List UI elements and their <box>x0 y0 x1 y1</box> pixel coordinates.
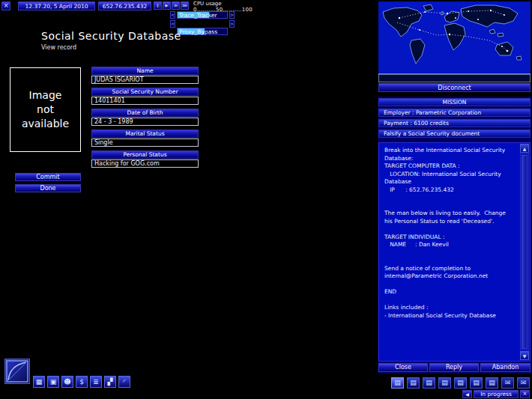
proxy-bypass-cpu-up-button[interactable]: > <box>229 20 235 28</box>
mission-reply-button[interactable]: Reply <box>429 363 479 372</box>
status-icon[interactable]: ☻ <box>61 376 73 388</box>
mission-body-text: Break into the International Social Secu… <box>384 147 518 320</box>
mission-slot-7-icon[interactable]: ▤ <box>486 377 498 389</box>
disconnect-button[interactable]: Disconnect <box>378 83 531 92</box>
cpu-usage-label: CPU usage <box>193 1 222 7</box>
mission-text-line <box>384 281 518 289</box>
field-label-name: Name <box>91 67 199 75</box>
world-map[interactable] <box>378 1 531 82</box>
mission-body: Break into the International Social Secu… <box>378 142 531 362</box>
field-label-ssn: Social Security Number <box>91 88 199 96</box>
mission-text-line <box>384 296 518 305</box>
mission-slot-3-icon[interactable]: ▤ <box>423 377 435 389</box>
mission-text-line: - International Social Security Database <box>384 312 518 320</box>
page-title: Social Security Database <box>41 30 181 42</box>
finance-icon[interactable]: $ <box>76 376 88 388</box>
mission-text-line: TARGET INDIVIDUAL : <box>384 234 518 242</box>
world-map-image <box>378 1 531 82</box>
mission-close-button[interactable]: Close <box>378 363 428 372</box>
play-button[interactable]: ▶ <box>163 1 171 10</box>
mission-text-line <box>384 225 518 234</box>
email-1-icon[interactable]: ✉ <box>501 377 514 389</box>
commit-button[interactable]: Commit <box>15 173 81 181</box>
mission-title-bar: MISSION <box>378 98 531 106</box>
mission-text-line: Database: <box>384 155 518 163</box>
proxy-bypass-cpu-down-button[interactable]: < <box>170 20 175 28</box>
mission-text-line <box>384 202 518 210</box>
mission-text-line: Break into the International Social Secu… <box>384 147 518 155</box>
memory-icon[interactable]: ▣ <box>47 376 59 388</box>
mission-text-line <box>384 249 518 258</box>
mission-employer-line: Employer : Parametric Corporation <box>378 109 531 117</box>
mission-text-line <box>384 194 518 202</box>
proxy-bypass-software-bar[interactable]: Proxy_Bypass <box>177 28 228 35</box>
mission-text-line: Links included : <box>384 304 518 312</box>
trace-tracker-label: Trace_Tracker <box>179 12 217 19</box>
mission-slot-1-icon[interactable]: ▤ <box>391 377 404 389</box>
trace-tracker-cpu-down-button[interactable]: < <box>170 11 175 19</box>
photo-placeholder-line: Image <box>29 88 62 103</box>
irc-icon[interactable]: ◜ <box>118 376 130 388</box>
mission-text-line: Database <box>384 178 518 186</box>
mission-abandon-button[interactable]: Abandon <box>480 363 531 372</box>
mission-panel: MISSION Employer : Parametric Corporatio… <box>378 97 531 374</box>
personal-status-input[interactable]: Hacking for GOG.com <box>91 159 199 168</box>
uplink-logo-icon <box>5 359 29 383</box>
fast-speed-button[interactable]: ≫ <box>172 1 180 10</box>
clock-display: 12.37.20, 5 April 2010 <box>18 1 95 10</box>
field-label-dob: Date of Birth <box>91 109 199 117</box>
mission-summary-line: Falsify a Social Security document <box>378 130 531 138</box>
mission-text-line: IP : 652.76.235.432 <box>384 186 518 195</box>
mission-slot-6-icon[interactable]: ▤ <box>470 377 483 389</box>
mission-text-line: The man below is living too easily. Chan… <box>384 210 518 218</box>
scroll-up-button[interactable]: ▲ <box>520 144 529 153</box>
mission-slot-2-icon[interactable]: ▤ <box>407 377 420 389</box>
criminal-record-icon[interactable]: ≣ <box>90 376 102 388</box>
proxy-bypass-label: Proxy_Bypass <box>179 28 217 35</box>
page-subtitle: View record <box>41 44 76 51</box>
mission-text-line <box>384 257 518 265</box>
mission-text-line: Send a notice of completion to <box>384 265 518 273</box>
scrollbar-track[interactable] <box>520 153 529 350</box>
mission-text-line: LOCATION: International Social Security <box>384 171 518 179</box>
lan-view-icon[interactable]: ▞ <box>104 376 116 388</box>
status-dismiss-button[interactable]: × <box>520 390 530 398</box>
trace-tracker-software-bar[interactable]: Trace_Tracker <box>177 11 228 19</box>
marital-status-input[interactable]: Single <box>91 138 199 147</box>
mission-text-line: NAME : Dan Keevil <box>384 241 518 249</box>
hardware-icon[interactable]: ▦ <box>33 376 45 388</box>
pause-button[interactable]: ∥ <box>154 1 162 10</box>
mission-text-line: internal@Parametric Corporation.net <box>384 272 518 281</box>
done-button[interactable]: Done <box>15 184 81 192</box>
photo-placeholder-line: not <box>37 103 54 117</box>
status-prev-button[interactable]: ◀ <box>462 390 472 398</box>
field-label-marital-status: Marital Status <box>91 130 199 138</box>
current-ip-display: 652.76.235.432 <box>98 1 151 10</box>
mission-text-line: his Personal Status to read 'Deceased'. <box>384 218 518 226</box>
scrollbar-thumb[interactable] <box>522 155 528 349</box>
name-input[interactable]: JUDAS ISGARIOT <box>91 76 199 84</box>
mission-text-line: END <box>384 288 518 296</box>
max-speed-button[interactable]: ⋙ <box>181 1 189 10</box>
uplink-screen: × 12.37.20, 5 April 2010 652.76.235.432 … <box>0 0 532 399</box>
trace-tracker-cpu-up-button[interactable]: > <box>229 11 235 19</box>
field-label-personal-status: Personal Status <box>91 150 199 159</box>
uplink-logo-button[interactable] <box>4 359 30 384</box>
hud-close-button[interactable]: × <box>1 1 10 10</box>
ssn-input[interactable]: 14011401 <box>91 97 199 105</box>
mission-status-badge[interactable]: In progress <box>474 390 519 398</box>
photo-placeholder-line: available <box>22 117 69 131</box>
mission-text-line: TARGET COMPUTER DATA : <box>384 162 518 171</box>
dob-input[interactable]: 24 - 3 - 1989 <box>91 118 199 126</box>
mission-slot-4-icon[interactable]: ▤ <box>438 377 451 389</box>
photo-placeholder: Image not available <box>10 67 81 152</box>
mission-slot-5-icon[interactable]: ▤ <box>454 377 467 389</box>
scroll-down-button[interactable]: ▼ <box>520 351 529 360</box>
mission-payment-line: Payment : 6100 credits <box>378 119 531 127</box>
email-2-icon[interactable]: ✉ <box>517 377 530 389</box>
